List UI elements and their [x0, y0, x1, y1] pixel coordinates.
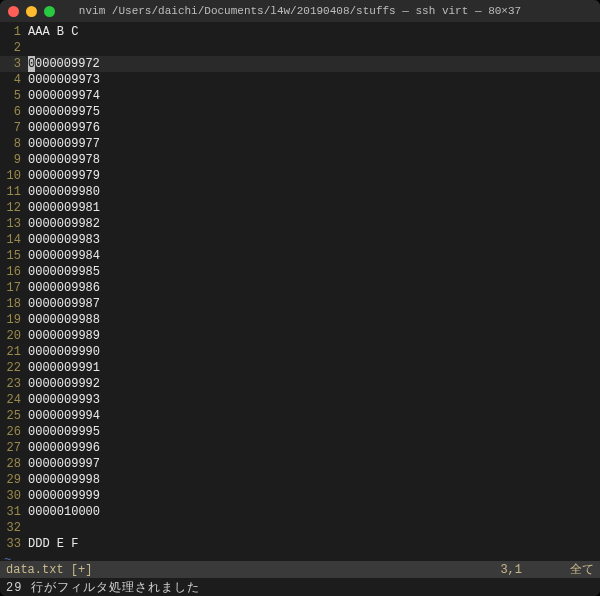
line-content: 0000009980: [28, 184, 100, 200]
zoom-icon[interactable]: [44, 6, 55, 17]
close-icon[interactable]: [8, 6, 19, 17]
editor-line[interactable]: 80000009977: [0, 136, 600, 152]
line-content: 0000009975: [28, 104, 100, 120]
editor-line[interactable]: 270000009996: [0, 440, 600, 456]
line-content: 0000009995: [28, 424, 100, 440]
line-number: 18: [0, 296, 28, 312]
line-number: 4: [0, 72, 28, 88]
line-content: 0000009999: [28, 488, 100, 504]
titlebar: nvim /Users/daichi/Documents/l4w/2019040…: [0, 0, 600, 22]
line-number: 27: [0, 440, 28, 456]
line-content: 0000009992: [28, 376, 100, 392]
line-content: 0000009987: [28, 296, 100, 312]
line-number: 20: [0, 328, 28, 344]
editor-line[interactable]: 220000009991: [0, 360, 600, 376]
status-scroll: 全て: [570, 561, 594, 578]
line-number: 2: [0, 40, 28, 56]
editor-line[interactable]: 230000009992: [0, 376, 600, 392]
editor-line[interactable]: 130000009982: [0, 216, 600, 232]
editor-line[interactable]: 150000009984: [0, 248, 600, 264]
command-line[interactable]: 29 行がフィルタ処理されました: [0, 578, 600, 596]
editor-line[interactable]: 280000009997: [0, 456, 600, 472]
line-content: 0000009976: [28, 120, 100, 136]
line-number: 26: [0, 424, 28, 440]
line-number: 14: [0, 232, 28, 248]
line-number: 23: [0, 376, 28, 392]
line-number: 25: [0, 408, 28, 424]
line-number: 10: [0, 168, 28, 184]
line-number: 28: [0, 456, 28, 472]
line-number: 31: [0, 504, 28, 520]
command-message: 29 行がフィルタ処理されました: [6, 579, 200, 596]
editor-line[interactable]: 120000009981: [0, 200, 600, 216]
line-number: 13: [0, 216, 28, 232]
editor-line[interactable]: 170000009986: [0, 280, 600, 296]
line-number: 7: [0, 120, 28, 136]
line-content: 0000009998: [28, 472, 100, 488]
line-number: 22: [0, 360, 28, 376]
window-title: nvim /Users/daichi/Documents/l4w/2019040…: [0, 5, 600, 17]
editor-line[interactable]: 70000009976: [0, 120, 600, 136]
editor-line[interactable]: 240000009993: [0, 392, 600, 408]
line-content: 0000009991: [28, 360, 100, 376]
line-content: 0000009972: [28, 56, 100, 72]
line-number: 1: [0, 24, 28, 40]
line-content: 0000009993: [28, 392, 100, 408]
line-number: 30: [0, 488, 28, 504]
line-content: 0000009984: [28, 248, 100, 264]
line-content: 0000009996: [28, 440, 100, 456]
editor-line[interactable]: 60000009975: [0, 104, 600, 120]
editor-line[interactable]: 50000009974: [0, 88, 600, 104]
editor-line[interactable]: 250000009994: [0, 408, 600, 424]
line-number: 5: [0, 88, 28, 104]
editor-line[interactable]: 140000009983: [0, 232, 600, 248]
line-content: 0000009982: [28, 216, 100, 232]
line-number: 17: [0, 280, 28, 296]
line-number: 24: [0, 392, 28, 408]
line-content: 0000009990: [28, 344, 100, 360]
line-number: 8: [0, 136, 28, 152]
minimize-icon[interactable]: [26, 6, 37, 17]
line-content: 0000009973: [28, 72, 100, 88]
line-number: 29: [0, 472, 28, 488]
editor-line[interactable]: 290000009998: [0, 472, 600, 488]
line-content: 0000009985: [28, 264, 100, 280]
line-content: 0000009986: [28, 280, 100, 296]
editor-line[interactable]: 110000009980: [0, 184, 600, 200]
editor-line[interactable]: 90000009978: [0, 152, 600, 168]
line-content: 0000009989: [28, 328, 100, 344]
line-number: 9: [0, 152, 28, 168]
editor-area[interactable]: 1AAA B C23000000997240000009973500000099…: [0, 22, 600, 561]
line-number: 19: [0, 312, 28, 328]
editor-line[interactable]: 100000009979: [0, 168, 600, 184]
line-content: 0000009994: [28, 408, 100, 424]
line-content: 0000009977: [28, 136, 100, 152]
line-content: 0000010000: [28, 504, 100, 520]
editor-line[interactable]: 200000009989: [0, 328, 600, 344]
editor-line[interactable]: 32: [0, 520, 600, 536]
editor-line[interactable]: 260000009995: [0, 424, 600, 440]
line-number: 21: [0, 344, 28, 360]
editor-line[interactable]: 40000009973: [0, 72, 600, 88]
line-number: 16: [0, 264, 28, 280]
line-number: 3: [0, 56, 28, 72]
line-content: AAA B C: [28, 24, 78, 40]
editor-line[interactable]: 300000009999: [0, 488, 600, 504]
editor-line[interactable]: 1AAA B C: [0, 24, 600, 40]
editor-line[interactable]: 2: [0, 40, 600, 56]
empty-line-tilde: ~: [0, 552, 600, 561]
terminal-window: nvim /Users/daichi/Documents/l4w/2019040…: [0, 0, 600, 596]
line-number: 6: [0, 104, 28, 120]
editor-line[interactable]: 180000009987: [0, 296, 600, 312]
editor-line[interactable]: 190000009988: [0, 312, 600, 328]
line-content: 0000009974: [28, 88, 100, 104]
line-number: 32: [0, 520, 28, 536]
line-content: 0000009981: [28, 200, 100, 216]
editor-line[interactable]: 210000009990: [0, 344, 600, 360]
editor-line[interactable]: 33DDD E F: [0, 536, 600, 552]
status-modified: [+]: [71, 563, 93, 577]
editor-line[interactable]: 160000009985: [0, 264, 600, 280]
editor-line[interactable]: 310000010000: [0, 504, 600, 520]
line-number: 11: [0, 184, 28, 200]
editor-line[interactable]: 30000009972: [0, 56, 600, 72]
